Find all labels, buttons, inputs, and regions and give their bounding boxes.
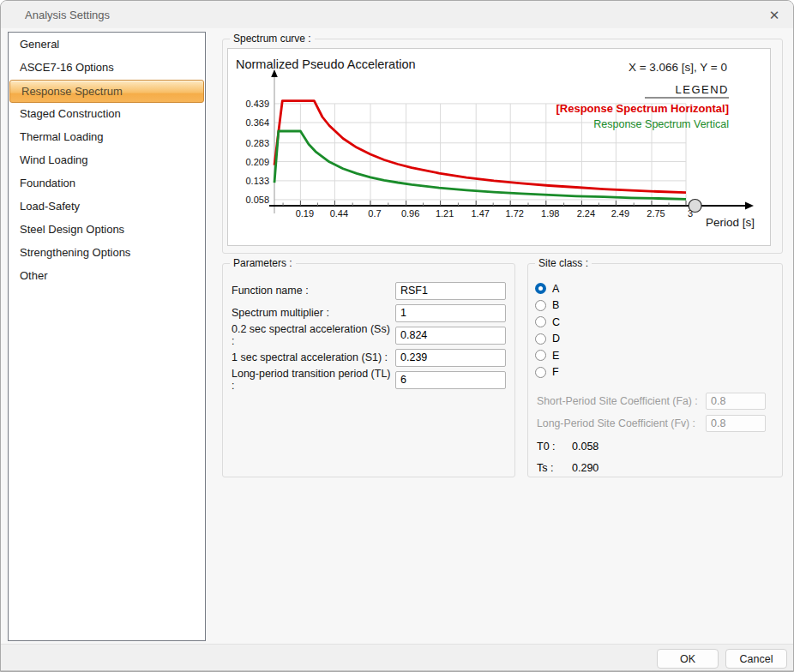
legend-title: LEGEND xyxy=(676,83,729,96)
parameters-group-label: Parameters : xyxy=(230,257,296,269)
fv-row: Long-Period Site Coefficient (Fv) : xyxy=(537,415,766,432)
x-axis-arrow-icon xyxy=(745,202,754,210)
site-class-option-E[interactable]: E xyxy=(535,347,560,364)
y-tick-label: 0.283 xyxy=(245,138,269,148)
site-class-option-label: D xyxy=(552,333,560,345)
y-tick-label: 0.364 xyxy=(245,117,269,128)
x-tick-label: 2.49 xyxy=(611,208,629,219)
function-name-input[interactable] xyxy=(395,282,506,300)
site-class-option-C[interactable]: C xyxy=(535,314,560,331)
x-tick-label: 0.19 xyxy=(296,208,314,219)
ss-label: 0.2 sec spectral acceleration (Ss) : xyxy=(232,323,395,347)
sidebar-item-asce7-16-options[interactable]: ASCE7-16 Options xyxy=(9,57,205,80)
radio-selected-icon xyxy=(535,283,546,294)
spectrum-chart: 0.190.440.70.961.211.471.721.982.242.492… xyxy=(227,48,771,246)
spectrum-multiplier-row: Spectrum multiplier : xyxy=(223,302,514,324)
titlebar: Analysis Settings ✕ xyxy=(1,1,793,28)
function-name-row: Function name : xyxy=(223,279,514,302)
sidebar-item-other[interactable]: Other xyxy=(9,265,205,288)
spectrum-multiplier-label: Spectrum multiplier : xyxy=(232,307,329,319)
fv-input xyxy=(706,415,766,432)
y-tick-label: 0.209 xyxy=(245,157,269,167)
sidebar-item-wind-loading[interactable]: Wind Loading xyxy=(9,149,205,172)
spectrum-curve-group-label: Spectrum curve : xyxy=(230,33,315,45)
chart-title: Normalized Pseudo Acceleration xyxy=(236,57,416,71)
t0-value: 0.058 xyxy=(572,441,599,453)
fa-row: Short-Period Site Coefficient (Fa) : xyxy=(537,393,766,410)
tl-input[interactable] xyxy=(395,371,506,389)
dialog-footer: OK Cancel xyxy=(1,644,793,670)
t0-label: T0 : xyxy=(537,441,556,453)
ss-input[interactable] xyxy=(395,327,506,345)
fa-input xyxy=(706,393,766,410)
sidebar-item-staged-construction[interactable]: Staged Construction xyxy=(9,103,205,126)
radio-icon xyxy=(535,333,546,345)
site-class-group: Site class : ABCDEF Short-Period Site Co… xyxy=(527,263,783,477)
t0-row: T0 : 0.058 xyxy=(537,441,556,453)
fa-label: Short-Period Site Coefficient (Fa) : xyxy=(537,395,698,407)
site-class-option-label: E xyxy=(552,350,559,362)
x-tick-label: 1.98 xyxy=(541,208,559,219)
ts-label: Ts : xyxy=(537,462,553,474)
site-class-option-label: F xyxy=(552,366,559,378)
chart-cursor-handle[interactable] xyxy=(689,200,701,213)
x-tick-label: 0.44 xyxy=(330,208,348,219)
sidebar-item-strengthening-options[interactable]: Strengthening Options xyxy=(9,242,205,265)
radio-icon xyxy=(535,350,546,361)
radio-icon xyxy=(535,300,546,311)
s1-row: 1 sec spectral acceleration (S1) : xyxy=(223,346,514,369)
sidebar-item-steel-design-options[interactable]: Steel Design Options xyxy=(9,219,205,242)
x-tick-label: 0.7 xyxy=(368,208,381,219)
cancel-button[interactable]: Cancel xyxy=(725,649,787,669)
x-tick-label: 2.24 xyxy=(577,208,595,219)
s1-label: 1 sec spectral acceleration (S1) : xyxy=(232,351,388,363)
x-tick-label: 1.72 xyxy=(505,208,523,219)
fv-label: Long-Period Site Coefficient (Fv) : xyxy=(537,417,695,429)
sidebar-item-response-spectrum[interactable]: Response Spectrum xyxy=(9,80,204,103)
analysis-settings-dialog: Analysis Settings ✕ GeneralASCE7-16 Opti… xyxy=(0,0,794,672)
settings-category-list: GeneralASCE7-16 OptionsResponse Spectrum… xyxy=(8,32,206,641)
site-class-option-label: C xyxy=(552,316,560,328)
tl-row: Long-period transition period (TL) : xyxy=(223,369,514,391)
tl-label: Long-period transition period (TL) : xyxy=(232,368,395,392)
x-axis-label: Period [s] xyxy=(706,216,755,229)
y-tick-label: 0.133 xyxy=(245,176,269,186)
sidebar-item-foundation[interactable]: Foundation xyxy=(9,172,205,195)
s1-input[interactable] xyxy=(395,349,506,367)
site-class-option-A[interactable]: A xyxy=(535,280,560,297)
y-tick-label: 0.439 xyxy=(245,99,269,109)
sidebar-item-thermal-loading[interactable]: Thermal Loading xyxy=(9,126,205,149)
parameters-group: Parameters : Function name :Spectrum mul… xyxy=(222,263,515,477)
cursor-readout: X = 3.066 [s], Y = 0 xyxy=(629,61,727,74)
spectrum-curve-group: Spectrum curve : 0.190.440.70.961.211.47… xyxy=(222,39,783,254)
site-class-option-F[interactable]: F xyxy=(535,364,560,381)
ts-value: 0.290 xyxy=(572,462,599,474)
function-name-label: Function name : xyxy=(232,285,309,297)
site-class-option-D[interactable]: D xyxy=(535,331,560,348)
spectrum-multiplier-input[interactable] xyxy=(395,304,506,322)
site-class-option-label: B xyxy=(552,299,559,311)
radio-icon xyxy=(535,367,546,378)
sidebar-item-load-safety[interactable]: Load-Safety xyxy=(9,195,205,219)
legend-vertical: Response Spectrum Vertical xyxy=(593,118,729,130)
window-title: Analysis Settings xyxy=(25,9,110,21)
site-class-option-B[interactable]: B xyxy=(535,297,560,315)
site-class-options: ABCDEF xyxy=(535,280,560,381)
ts-row: Ts : 0.290 xyxy=(537,462,553,474)
radio-icon xyxy=(535,316,546,327)
sidebar-item-general[interactable]: General xyxy=(9,33,205,57)
site-class-group-label: Site class : xyxy=(535,257,592,269)
parameter-fields: Function name :Spectrum multiplier :0.2 … xyxy=(223,279,514,391)
x-tick-label: 1.21 xyxy=(436,208,454,219)
ok-button[interactable]: OK xyxy=(657,649,719,669)
y-tick-label: 0.058 xyxy=(245,195,269,205)
ss-row: 0.2 sec spectral acceleration (Ss) : xyxy=(223,324,514,346)
x-tick-label: 2.75 xyxy=(647,208,665,219)
legend-horizontal: [Response Spectrum Horizontal] xyxy=(556,102,729,115)
x-tick-label: 1.47 xyxy=(471,208,489,219)
close-icon[interactable]: ✕ xyxy=(766,7,783,24)
x-tick-label: 0.96 xyxy=(401,208,419,219)
site-class-option-label: A xyxy=(552,283,559,295)
